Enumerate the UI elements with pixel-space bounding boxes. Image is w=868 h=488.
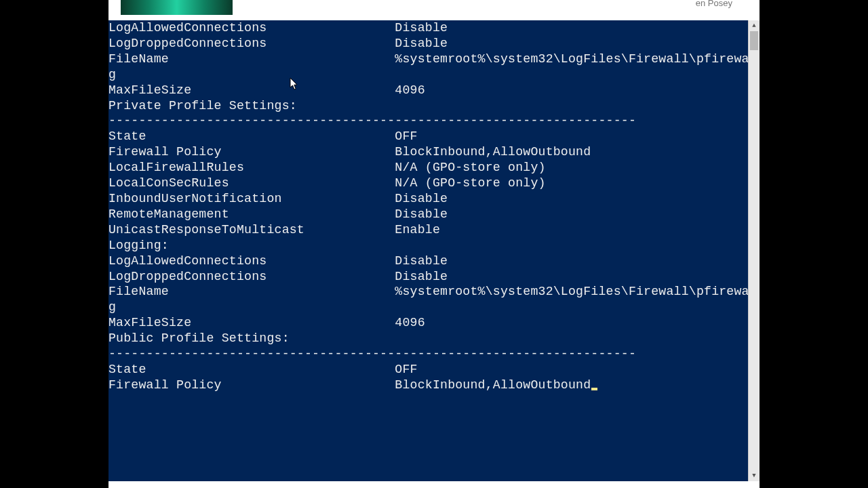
terminal-line: InboundUserNotification Disable xyxy=(108,191,749,207)
terminal-line: Logging: xyxy=(108,238,749,253)
terminal-line: g xyxy=(108,300,749,315)
scroll-up-button[interactable]: ▲ xyxy=(749,20,760,31)
terminal-output: LogAllowedConnections DisableLogDroppedC… xyxy=(108,20,749,481)
terminal-line: Public Profile Settings: xyxy=(108,331,749,346)
terminal-line: g xyxy=(108,67,749,83)
terminal-line: LogAllowedConnections Disable xyxy=(108,253,749,269)
terminal-line: LocalFirewallRules N/A (GPO-store only) xyxy=(108,160,749,176)
terminal-line: LogDroppedConnections Disable xyxy=(108,269,749,285)
terminal-line: UnicastResponseToMulticast Enable xyxy=(108,222,749,238)
terminal-line: MaxFileSize 4096 xyxy=(108,83,749,98)
terminal-line: RemoteManagement Disable xyxy=(108,207,749,222)
terminal-line: FileName %systemroot%\system32\LogFiles\… xyxy=(108,284,749,300)
terminal-line: LogAllowedConnections Disable xyxy=(108,20,749,36)
terminal-line: LogDroppedConnections Disable xyxy=(108,36,749,52)
author-label-fragment: en Posey xyxy=(696,0,732,9)
tab-thumbnail[interactable] xyxy=(121,0,233,15)
terminal-line: FileName %systemroot%\system32\LogFiles\… xyxy=(108,52,749,67)
powershell-terminal[interactable]: LogAllowedConnections DisableLogDroppedC… xyxy=(108,20,749,481)
text-cursor xyxy=(591,388,597,390)
terminal-line: ----------------------------------------… xyxy=(108,346,749,362)
terminal-line: MaxFileSize 4096 xyxy=(108,315,749,331)
terminal-line: Firewall Policy BlockInbound,AllowOutbou… xyxy=(108,144,749,160)
terminal-line: State OFF xyxy=(108,129,749,144)
scrollbar-thumb[interactable] xyxy=(750,31,758,50)
terminal-line: LocalConSecRules N/A (GPO-store only) xyxy=(108,176,749,191)
terminal-line: Firewall Policy BlockInbound,AllowOutbou… xyxy=(108,378,749,393)
terminal-line: State OFF xyxy=(108,362,749,378)
scroll-down-button[interactable]: ▼ xyxy=(749,470,760,481)
terminal-line: ----------------------------------------… xyxy=(108,113,749,129)
window-container: en Posey LogAllowedConnections DisableLo… xyxy=(108,0,760,488)
vertical-scrollbar[interactable]: ▲ ▼ xyxy=(748,20,760,481)
terminal-line: Private Profile Settings: xyxy=(108,98,749,114)
